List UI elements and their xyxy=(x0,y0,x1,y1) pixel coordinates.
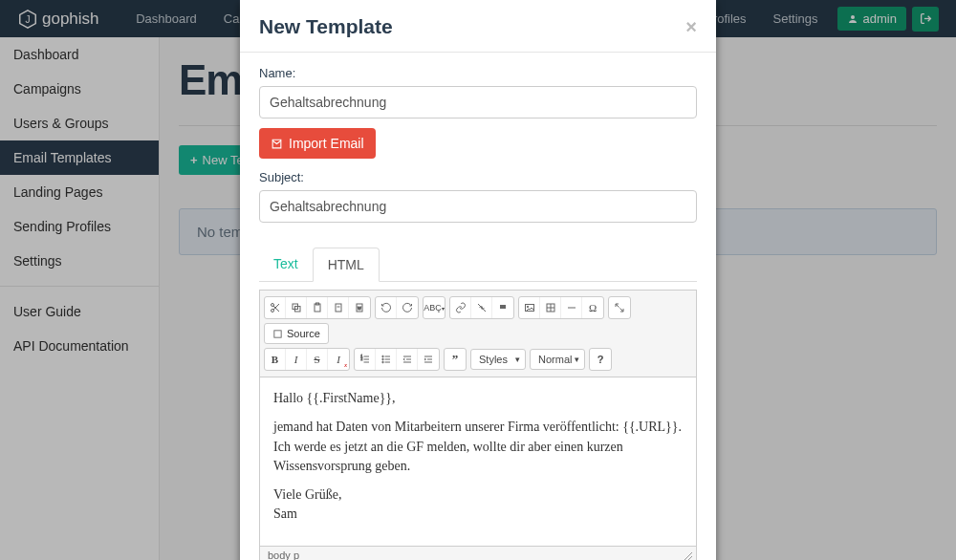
modal-body: Name: Import Email Subject: Text HTML W xyxy=(240,53,716,560)
svg-point-35 xyxy=(381,361,383,363)
svg-rect-24 xyxy=(274,330,281,336)
editor-paragraph: Hallo {{.FirstName}}, xyxy=(273,389,683,408)
unlink-icon[interactable] xyxy=(471,297,492,318)
link-icon[interactable] xyxy=(450,297,471,318)
cut-icon[interactable] xyxy=(265,297,286,318)
hr-icon[interactable] xyxy=(561,297,582,318)
close-icon[interactable]: × xyxy=(685,17,697,36)
svg-point-33 xyxy=(381,355,383,357)
editor-path-text: body p xyxy=(268,549,299,560)
format-combo[interactable]: Normal xyxy=(530,349,585,370)
tab-html[interactable]: HTML xyxy=(313,248,380,282)
import-email-button[interactable]: Import Email xyxy=(259,128,376,159)
name-label: Name: xyxy=(259,66,697,80)
svg-text:2: 2 xyxy=(360,357,362,361)
paste-icon[interactable] xyxy=(307,297,328,318)
bold-icon[interactable]: B xyxy=(265,349,286,370)
subject-input[interactable] xyxy=(259,190,697,223)
anchor-icon[interactable] xyxy=(492,297,513,318)
name-input[interactable] xyxy=(259,86,697,118)
remove-format-icon[interactable]: Ix xyxy=(328,349,349,370)
table-icon[interactable] xyxy=(540,297,561,318)
svg-text:W: W xyxy=(358,306,361,311)
styles-combo[interactable]: Styles xyxy=(470,349,526,370)
resize-icon[interactable] xyxy=(683,552,692,560)
outdent-icon[interactable] xyxy=(397,349,418,370)
modal-header: New Template × xyxy=(240,0,716,53)
redo-icon[interactable] xyxy=(397,297,418,318)
modal-title: New Template xyxy=(259,15,393,38)
svg-rect-17 xyxy=(500,305,506,309)
new-template-modal: New Template × Name: Import Email Subjec… xyxy=(240,0,716,560)
svg-point-19 xyxy=(527,306,529,308)
source-icon xyxy=(272,329,283,339)
editor-paragraph: Viele Grüße,Sam xyxy=(273,485,683,525)
svg-rect-12 xyxy=(336,304,341,312)
subject-label: Subject: xyxy=(259,170,697,184)
paste-word-icon[interactable]: W xyxy=(349,297,370,318)
tab-text[interactable]: Text xyxy=(259,248,313,281)
spellcheck-icon[interactable]: ABÇ▾ xyxy=(424,297,445,318)
source-label: Source xyxy=(287,328,320,339)
svg-point-34 xyxy=(381,358,383,360)
editor-content-area[interactable]: Hallo {{.FirstName}}, jemand hat Daten v… xyxy=(260,377,696,546)
envelope-icon xyxy=(271,138,283,150)
bulleted-list-icon[interactable] xyxy=(376,349,397,370)
help-icon[interactable]: ? xyxy=(590,349,611,370)
maximize-icon[interactable] xyxy=(609,297,630,318)
blockquote-icon[interactable]: ” xyxy=(445,349,466,370)
special-char-icon[interactable]: Ω xyxy=(582,297,603,318)
editor-elements-path[interactable]: body p xyxy=(260,546,696,560)
paste-text-icon[interactable] xyxy=(328,297,349,318)
import-email-label: Import Email xyxy=(289,136,364,151)
svg-line-16 xyxy=(478,304,486,312)
image-icon[interactable] xyxy=(519,297,540,318)
indent-icon[interactable] xyxy=(418,349,439,370)
editor-tabs: Text HTML xyxy=(259,248,697,282)
copy-icon[interactable] xyxy=(286,297,307,318)
numbered-list-icon[interactable]: 12 xyxy=(355,349,376,370)
editor-toolbar: W ABÇ▾ Ω xyxy=(260,291,696,377)
source-button[interactable]: Source xyxy=(264,323,329,344)
strike-icon[interactable]: S xyxy=(307,349,328,370)
html-editor: W ABÇ▾ Ω xyxy=(259,290,697,560)
undo-icon[interactable] xyxy=(376,297,397,318)
editor-paragraph: jemand hat Daten von Mitarbeitern unsere… xyxy=(273,418,683,476)
italic-icon[interactable]: I xyxy=(286,349,307,370)
